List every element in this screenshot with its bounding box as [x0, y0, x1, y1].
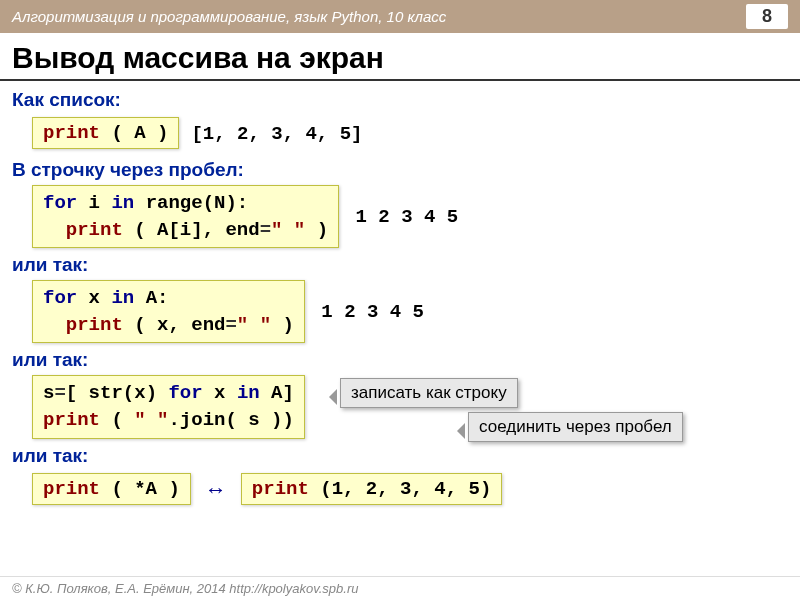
code-box-3: for x in A: print ( x, end=" " ): [32, 280, 305, 343]
code-box-6: print (1, 2, 3, 4, 5): [241, 473, 502, 505]
page-title: Вывод массива на экран: [0, 33, 800, 81]
output-3: 1 2 3 4 5: [321, 301, 424, 323]
output-1: [1, 2, 3, 4, 5]: [191, 123, 362, 145]
section-label-2: В строчку через пробел:: [12, 159, 788, 181]
code-box-5: print ( *A ): [32, 473, 191, 505]
section-label-4: или так:: [12, 349, 788, 371]
code-box-2: for i in range(N): print ( A[i], end=" "…: [32, 185, 339, 248]
code-box-4: s=[ str(x) for x in A]print ( " ".join( …: [32, 375, 305, 438]
callout-join: соединить через пробел: [468, 412, 683, 442]
section-label-1: Как список:: [12, 89, 788, 111]
breadcrumb: Алгоритмизация и программирование, язык …: [12, 8, 446, 25]
footer: © К.Ю. Поляков, Е.А. Ерёмин, 2014 http:/…: [0, 576, 800, 600]
section-label-5: или так:: [12, 445, 788, 467]
slide-header: Алгоритмизация и программирование, язык …: [0, 0, 800, 33]
callout-string: записать как строку: [340, 378, 518, 408]
section-label-3: или так:: [12, 254, 788, 276]
page-number: 8: [746, 4, 788, 29]
arrow-icon: ↔: [205, 477, 227, 503]
code-box-1: print ( A ): [32, 117, 179, 149]
content-area: Как список: print ( A ) [1, 2, 3, 4, 5] …: [0, 89, 800, 509]
output-2: 1 2 3 4 5: [356, 206, 459, 228]
